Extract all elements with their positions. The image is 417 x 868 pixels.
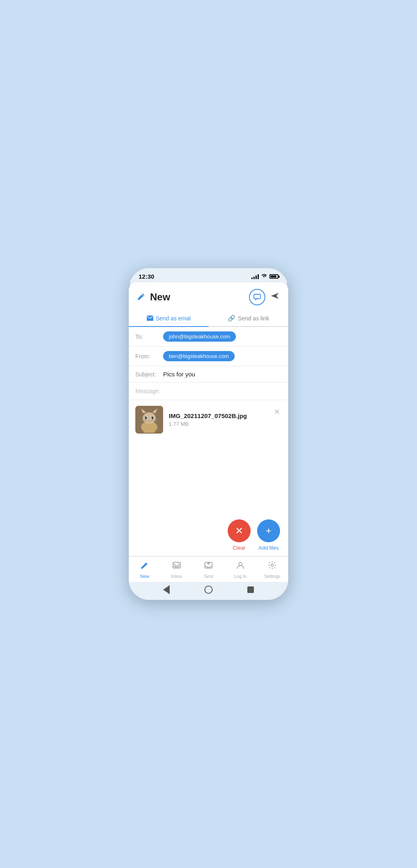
tab-link-label: Send as link: [238, 315, 269, 322]
nav-item-sent[interactable]: Sent: [193, 561, 224, 579]
send-button[interactable]: [270, 291, 280, 303]
form-section: To: john@bigsteakhouse.com From: ben@big…: [129, 327, 288, 582]
svg-point-15: [146, 416, 147, 417]
tab-send-email[interactable]: Send as emal: [129, 311, 208, 327]
add-files-button[interactable]: +: [257, 519, 280, 542]
chat-button[interactable]: [249, 289, 265, 305]
subject-label: Subject:: [135, 371, 160, 378]
from-email-chip[interactable]: ben@bigsteakhouse.com: [163, 351, 235, 361]
svg-point-28: [239, 562, 242, 566]
remove-attachment-button[interactable]: ✕: [272, 406, 282, 418]
back-button[interactable]: [162, 585, 171, 594]
new-nav-icon: [140, 561, 149, 572]
add-files-label: Add files: [258, 545, 279, 551]
attachment-item: IMG_20211207_07502B.jpg 1.77 MB ✕: [135, 406, 282, 434]
svg-point-29: [271, 564, 274, 566]
clear-label: Clear: [233, 545, 245, 551]
header-left: New: [137, 291, 170, 303]
nav-item-new[interactable]: New: [129, 561, 161, 579]
signal-bars-icon: [251, 274, 259, 279]
inbox-nav-icon: [172, 561, 181, 572]
wifi-icon: [261, 273, 267, 280]
attachment-thumbnail: [135, 406, 163, 434]
app-content: New: [129, 282, 288, 582]
email-tab-icon: [147, 315, 153, 322]
nav-label-login: Log In: [234, 574, 247, 579]
sent-nav-icon: [204, 561, 213, 572]
home-button[interactable]: [204, 585, 213, 594]
attachment-info: IMG_20211207_07502B.jpg 1.77 MB: [169, 412, 282, 427]
status-bar: 12:30: [129, 268, 288, 282]
from-label: From:: [135, 353, 160, 360]
attachment-filesize: 1.77 MB: [169, 421, 282, 427]
nav-item-login[interactable]: Log In: [224, 561, 256, 579]
subject-row: Subject: Pics for you: [129, 366, 288, 383]
status-icons: [251, 273, 278, 280]
svg-rect-0: [254, 294, 260, 299]
from-row: From: ben@bigsteakhouse.com: [129, 347, 288, 366]
clear-button[interactable]: ✕: [228, 519, 251, 542]
login-nav-icon: [236, 561, 245, 572]
clear-fab-item: ✕ Clear: [228, 519, 251, 551]
nav-item-settings[interactable]: Settings: [256, 561, 288, 579]
bottom-nav: New Inbox: [129, 556, 288, 582]
svg-rect-26: [173, 562, 180, 568]
status-time: 12:30: [139, 273, 154, 280]
tabs-bar: Send as emal 🔗 Send as link: [129, 310, 288, 327]
svg-rect-23: [150, 430, 155, 433]
phone-frame: 12:30: [129, 268, 288, 600]
header-title: New: [150, 291, 170, 303]
attachment-area: IMG_20211207_07502B.jpg 1.77 MB ✕: [129, 400, 288, 513]
recents-button[interactable]: [246, 585, 255, 594]
battery-icon: [269, 274, 278, 279]
tab-send-link[interactable]: 🔗 Send as link: [208, 311, 288, 327]
fab-area: ✕ Clear + Add files: [129, 513, 288, 556]
subject-value[interactable]: Pics for you: [163, 371, 195, 378]
svg-point-16: [152, 416, 153, 417]
to-label: To:: [135, 333, 160, 340]
edit-icon: [137, 292, 146, 303]
send-icon: [270, 291, 280, 300]
link-tab-icon: 🔗: [228, 315, 235, 322]
svg-rect-22: [143, 430, 148, 433]
header-right: [249, 289, 280, 305]
nav-label-new: New: [140, 574, 149, 579]
attachment-filename: IMG_20211207_07502B.jpg: [169, 412, 282, 419]
message-label: Message:: [135, 388, 160, 394]
system-nav-bar: [129, 582, 288, 600]
nav-item-inbox[interactable]: Inbox: [161, 561, 193, 579]
to-row: To: john@bigsteakhouse.com: [129, 327, 288, 347]
message-row[interactable]: Message:: [129, 383, 288, 400]
nav-label-sent: Sent: [204, 574, 213, 579]
tab-email-label: Send as emal: [156, 315, 191, 322]
settings-nav-icon: [268, 561, 277, 572]
add-files-fab-item: + Add files: [257, 519, 280, 551]
nav-label-inbox: Inbox: [171, 574, 182, 579]
chat-icon: [253, 294, 261, 300]
header: New: [129, 282, 288, 310]
to-email-chip[interactable]: john@bigsteakhouse.com: [163, 331, 236, 342]
nav-label-settings: Settings: [264, 574, 280, 579]
